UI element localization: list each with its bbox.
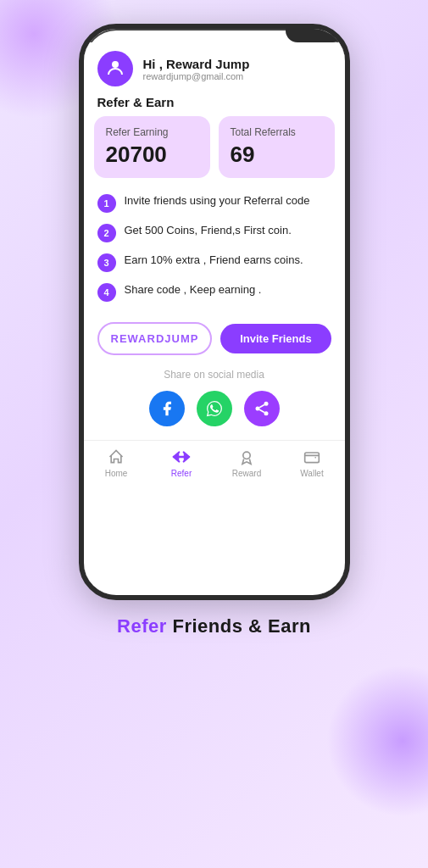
svg-point-6 (243, 452, 250, 459)
generic-share-button[interactable] (244, 391, 280, 426)
step-text-2: Get 500 Coins, Friend,s First coin. (125, 223, 292, 238)
action-row: REWARDJUMP Invite Friends (84, 309, 345, 362)
total-referrals-label: Total Referrals (231, 126, 323, 138)
refer-earning-label: Refer Earning (106, 126, 198, 138)
bottom-nav: Home Refer Reward (84, 440, 345, 487)
step-text-3: Earn 10% extra , Friend earns coins. (125, 253, 303, 268)
step-text-4: Share code , Keep earning . (125, 282, 262, 298)
svg-point-2 (255, 407, 259, 411)
step-item-3: 3 Earn 10% extra , Friend earns coins. (97, 253, 331, 272)
svg-line-5 (259, 404, 264, 407)
nav-item-wallet[interactable]: Wallet (280, 448, 345, 478)
refer-earning-card: Refer Earning 20700 (94, 116, 210, 178)
home-icon (107, 448, 125, 466)
header: Hi , Reward Jump rewardjump@gmail.com (84, 42, 345, 93)
invite-friends-button[interactable]: Invite Friends (220, 324, 331, 353)
step-number-2: 2 (97, 224, 116, 242)
total-referrals-value: 69 (231, 142, 323, 168)
step-text-1: Invite friends using your Referral code (125, 193, 310, 209)
step-item-2: 2 Get 500 Coins, Friend,s First coin. (97, 223, 331, 242)
avatar (97, 51, 133, 86)
steps-list: 1 Invite friends using your Referral cod… (84, 186, 345, 309)
refer-icon (172, 448, 191, 466)
referral-code-button[interactable]: REWARDJUMP (97, 322, 213, 355)
bottom-tagline: Refer Friends & Earn (117, 615, 311, 637)
social-icons (149, 391, 280, 426)
nav-label-refer: Refer (171, 469, 192, 478)
phone-screen: Hi , Reward Jump rewardjump@gmail.com Re… (84, 42, 345, 595)
nav-item-reward[interactable]: Reward (214, 448, 280, 478)
total-referrals-card: Total Referrals 69 (219, 116, 335, 178)
header-info: Hi , Reward Jump rewardjump@gmail.com (143, 57, 250, 81)
step-item-4: 4 Share code , Keep earning . (97, 282, 331, 302)
step-item-1: 1 Invite friends using your Referral cod… (97, 193, 331, 213)
section-title: Refer & Earn (84, 93, 345, 116)
tagline-rest: Friends & Earn (167, 615, 311, 637)
nav-label-wallet: Wallet (300, 469, 323, 478)
step-number-4: 4 (97, 283, 116, 302)
facebook-share-button[interactable] (149, 391, 185, 426)
tagline-highlight: Refer (117, 615, 167, 637)
social-label: Share on social media (164, 369, 264, 381)
nav-label-home: Home (105, 469, 128, 478)
phone-notch (286, 29, 345, 42)
nav-label-reward: Reward (232, 469, 261, 478)
nav-item-home[interactable]: Home (84, 448, 149, 478)
social-section: Share on social media (84, 362, 345, 440)
wallet-icon (303, 448, 321, 466)
header-email: rewardjump@gmail.com (143, 71, 250, 81)
stats-row: Refer Earning 20700 Total Referrals 69 (84, 116, 345, 186)
reward-icon (237, 448, 256, 466)
header-name: Hi , Reward Jump (143, 57, 250, 71)
nav-item-refer[interactable]: Refer (149, 448, 214, 478)
phone-frame: Hi , Reward Jump rewardjump@gmail.com Re… (79, 24, 350, 600)
svg-point-1 (264, 402, 268, 406)
step-number-3: 3 (97, 253, 116, 272)
bg-blob-bottom-right (326, 665, 428, 817)
svg-point-3 (264, 411, 268, 415)
svg-rect-7 (305, 453, 320, 463)
whatsapp-share-button[interactable] (197, 391, 232, 426)
step-number-1: 1 (97, 194, 116, 213)
svg-line-4 (259, 409, 264, 412)
refer-earning-value: 20700 (106, 142, 198, 168)
svg-point-0 (112, 61, 119, 68)
